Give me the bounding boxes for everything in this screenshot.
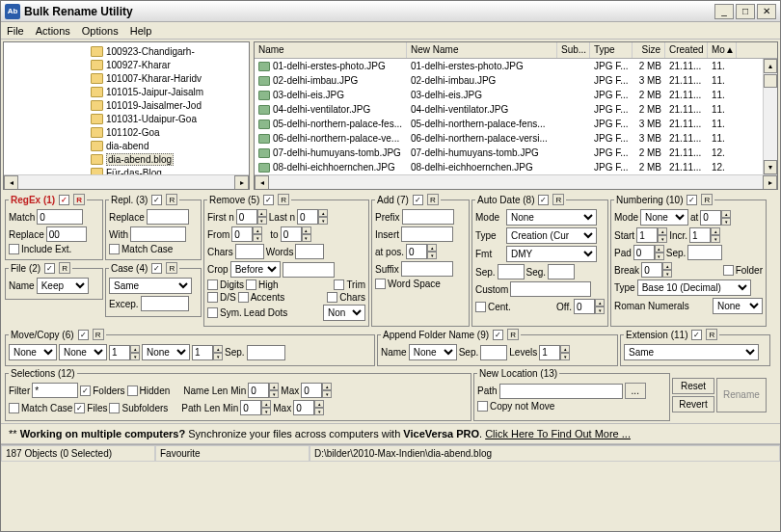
- file-name-select[interactable]: Keep: [37, 278, 89, 294]
- autodate-custom[interactable]: [510, 281, 591, 297]
- col-size[interactable]: Size: [633, 42, 665, 58]
- regex-match-input[interactable]: [37, 209, 83, 225]
- newloc-path[interactable]: [499, 384, 623, 399]
- scroll-right-icon[interactable]: ▸: [234, 175, 249, 190]
- repl-with-input[interactable]: [130, 226, 186, 242]
- col-type[interactable]: Type: [590, 42, 633, 58]
- sel-hidden[interactable]: [127, 386, 138, 396]
- file-enabled[interactable]: [44, 263, 55, 274]
- newloc-copynotmove[interactable]: [477, 401, 488, 412]
- appfolder-name[interactable]: None: [409, 344, 457, 360]
- numbering-reset[interactable]: R: [701, 194, 713, 205]
- remove-enabled[interactable]: [263, 195, 274, 205]
- reset-button[interactable]: Reset: [672, 378, 714, 394]
- move-n1[interactable]: [109, 345, 130, 360]
- tree-item[interactable]: dia-abend: [91, 139, 249, 152]
- regex-enabled[interactable]: [59, 195, 69, 205]
- remove-high[interactable]: [246, 279, 256, 290]
- move-sep[interactable]: [247, 345, 285, 360]
- ext-enabled[interactable]: [691, 330, 702, 340]
- file-row[interactable]: 01-delhi-erstes-photo.JPG01-delhi-erstes…: [255, 59, 777, 73]
- sel-pathlen-min[interactable]: [240, 400, 261, 415]
- menu-help[interactable]: Help: [130, 22, 152, 39]
- case-excep-input[interactable]: [141, 296, 189, 311]
- appfolder-enabled[interactable]: [493, 330, 503, 340]
- autodate-sep[interactable]: [498, 264, 525, 279]
- case-reset[interactable]: R: [166, 262, 177, 274]
- remove-words-input[interactable]: [295, 244, 324, 259]
- remove-accents[interactable]: [238, 292, 249, 303]
- autodate-reset[interactable]: R: [552, 194, 564, 205]
- scroll-right-icon[interactable]: ▸: [763, 175, 777, 190]
- remove-leaddots-select[interactable]: Non: [323, 305, 365, 321]
- tree-item[interactable]: 100923-Chandigarh-: [91, 44, 249, 58]
- remove-crop-select[interactable]: Before: [230, 261, 281, 278]
- numbering-roman[interactable]: None: [713, 298, 763, 314]
- sel-filter[interactable]: [32, 383, 78, 398]
- remove-to[interactable]: [281, 226, 302, 242]
- add-atpos[interactable]: [406, 244, 427, 259]
- appfolder-sep[interactable]: [480, 345, 507, 360]
- scroll-left-icon[interactable]: ◂: [4, 175, 18, 190]
- remove-chars-input[interactable]: [235, 244, 264, 259]
- menu-options[interactable]: Options: [82, 22, 119, 39]
- sel-matchcase[interactable]: [9, 403, 19, 413]
- autodate-type[interactable]: Creation (Cur: [506, 227, 597, 244]
- add-reset[interactable]: R: [427, 194, 439, 205]
- move-sel2[interactable]: None: [142, 344, 190, 360]
- remove-chars2[interactable]: [327, 292, 337, 303]
- rename-button[interactable]: Rename: [716, 378, 767, 412]
- revert-button[interactable]: Revert: [672, 396, 714, 412]
- autodate-fmt[interactable]: DMY: [506, 246, 597, 262]
- add-enabled[interactable]: [413, 195, 423, 205]
- tree-item[interactable]: 101031-Udaipur-Goa: [91, 112, 249, 125]
- tree-item[interactable]: 101015-Jaipur-Jaisalm: [91, 85, 249, 98]
- file-row[interactable]: 05-delhi-northern-palace-fes...05-delhi-…: [255, 117, 777, 131]
- move-n2[interactable]: [192, 345, 213, 360]
- remove-digits[interactable]: [207, 279, 218, 290]
- ext-reset[interactable]: R: [706, 329, 717, 340]
- numbering-start[interactable]: [636, 227, 658, 243]
- add-suffix-input[interactable]: [401, 261, 453, 277]
- numbering-break[interactable]: [641, 262, 662, 278]
- numbering-mode[interactable]: None: [640, 209, 688, 226]
- appfolder-reset[interactable]: R: [507, 329, 519, 340]
- repl-matchcase[interactable]: [109, 244, 120, 254]
- menu-file[interactable]: File: [7, 22, 24, 39]
- repl-enabled[interactable]: [151, 195, 162, 205]
- list-hscroll[interactable]: ◂ ▸: [255, 174, 777, 189]
- regex-reset[interactable]: R: [73, 194, 85, 205]
- numbering-folder[interactable]: [723, 265, 734, 276]
- numbering-enabled[interactable]: [687, 195, 697, 205]
- case-enabled[interactable]: [151, 263, 162, 274]
- close-button[interactable]: ✕: [757, 4, 776, 19]
- autodate-off[interactable]: [574, 299, 595, 314]
- remove-reset[interactable]: R: [278, 194, 289, 205]
- file-row[interactable]: 03-delhi-eis.JPG03-delhi-eis.JPGJPG F...…: [255, 88, 777, 102]
- col-newname[interactable]: New Name: [407, 42, 557, 58]
- repl-reset[interactable]: R: [166, 194, 177, 205]
- move-sel1[interactable]: None: [59, 344, 107, 360]
- newloc-browse[interactable]: ...: [625, 383, 646, 399]
- add-insert-input[interactable]: [401, 226, 453, 242]
- autodate-seg[interactable]: [548, 264, 575, 279]
- numbering-incr[interactable]: [689, 227, 711, 243]
- menu-actions[interactable]: Actions: [36, 22, 70, 39]
- numbering-sep[interactable]: [687, 245, 722, 260]
- move-enabled[interactable]: [78, 330, 89, 340]
- remove-lastn[interactable]: [297, 209, 318, 225]
- move-copy-select[interactable]: None: [9, 344, 57, 360]
- tree-item[interactable]: 100927-Kharar: [91, 58, 249, 71]
- tree-item[interactable]: dia-abend.blog: [91, 152, 249, 166]
- remove-from[interactable]: [231, 226, 253, 242]
- remove-firstn[interactable]: [236, 209, 257, 225]
- remove-ds[interactable]: [207, 292, 218, 303]
- file-row[interactable]: 07-delhi-humuyans-tomb.JPG07-delhi-humuy…: [255, 146, 777, 160]
- scroll-down-icon[interactable]: ▾: [764, 160, 777, 174]
- tree-item[interactable]: 101007-Kharar-Haridv: [91, 71, 249, 85]
- sel-files[interactable]: [74, 403, 85, 413]
- col-created[interactable]: Created: [665, 42, 708, 58]
- regex-replace-input[interactable]: [46, 226, 87, 242]
- file-reset[interactable]: R: [59, 262, 70, 274]
- sel-namelen-min[interactable]: [248, 383, 269, 398]
